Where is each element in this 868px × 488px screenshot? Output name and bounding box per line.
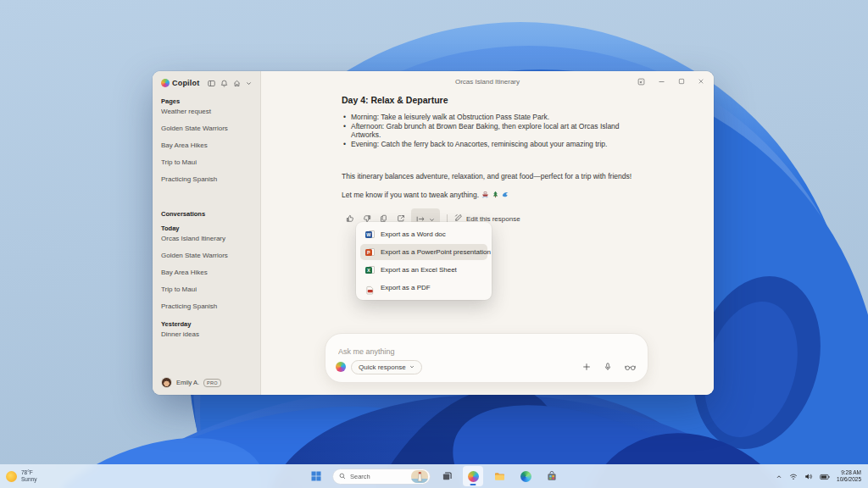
compact-mode-icon[interactable] <box>637 78 645 86</box>
copilot-window: Copilot Pages Weather request Golden Sta… <box>153 71 714 395</box>
sidebar-item-weather-request[interactable]: Weather request <box>161 108 252 115</box>
copilot-vision-glasses-icon[interactable] <box>625 359 636 374</box>
windows-logo-icon <box>311 471 321 481</box>
user-name: Emily A. <box>176 379 199 386</box>
itinerary-evening: Evening: Catch the ferry back to Anacort… <box>342 140 638 149</box>
powerpoint-icon: P <box>365 247 375 257</box>
start-button[interactable] <box>306 466 326 486</box>
chat-pane: Orcas Island Itinerary Day 4: Relax & De… <box>261 71 714 395</box>
close-icon[interactable] <box>698 78 704 85</box>
weather-widget[interactable]: 78°F Sunny <box>6 469 36 483</box>
conversation-trip-to-maui[interactable]: Trip to Maui <box>161 286 252 293</box>
closing-text: Let me know if you want to tweak anythin… <box>342 191 479 200</box>
menu-item-export-powerpoint[interactable]: P Export as a PowerPoint presentation <box>360 244 487 260</box>
folder-icon <box>494 472 505 481</box>
sidebar-item-practicing-spanish-page[interactable]: Practicing Spanish <box>161 176 252 183</box>
sidebar-item-golden-state-warriors-page[interactable]: Golden State Warriors <box>161 125 252 132</box>
pro-badge: PRO <box>203 379 221 387</box>
file-explorer-button[interactable] <box>489 466 509 486</box>
itinerary-list: Morning: Take a leisurely walk at Obstru… <box>342 113 638 148</box>
battery-icon[interactable] <box>820 469 830 484</box>
add-attachment-icon[interactable] <box>582 359 591 374</box>
notifications-bell-icon[interactable] <box>220 80 228 87</box>
export-menu: W Export as a Word doc P Export as a Pow… <box>356 222 492 300</box>
taskbar-search[interactable]: Search <box>332 469 431 485</box>
window-titlebar: Orcas Island Itinerary <box>261 71 714 92</box>
wave-icon <box>502 191 509 198</box>
tray-chevron-up-icon[interactable] <box>776 469 782 484</box>
menu-item-export-excel[interactable]: X Export as an Excel Sheet <box>360 262 487 278</box>
volume-icon[interactable] <box>804 469 813 484</box>
message-closing: Let me know if you want to tweak anythin… <box>342 191 638 200</box>
message-heading: Day 4: Relax & Departure <box>342 95 651 105</box>
maximize-icon[interactable] <box>678 78 685 85</box>
clock-widget[interactable]: 9:28 AM 10/6/2025 <box>837 469 861 483</box>
wifi-icon[interactable] <box>789 469 798 484</box>
copilot-logo-icon <box>468 471 479 482</box>
app-name: Copilot <box>172 79 199 87</box>
tree-icon <box>492 191 499 198</box>
pages-section-label: Pages <box>161 97 252 105</box>
sidebar-toggle-icon[interactable] <box>208 80 215 87</box>
sidebar: Copilot Pages Weather request Golden Sta… <box>153 71 261 395</box>
task-view-icon <box>442 472 452 481</box>
chevron-down-icon[interactable] <box>246 80 252 86</box>
copilot-taskbar-button[interactable] <box>463 466 483 486</box>
sidebar-item-bay-area-hikes-page[interactable]: Bay Area Hikes <box>161 142 252 149</box>
copilot-logo-icon <box>336 362 346 372</box>
home-icon[interactable] <box>233 80 241 87</box>
conversations-section-label: Conversations <box>161 210 252 218</box>
yesterday-group-label: Yesterday <box>161 320 252 328</box>
conversation-practicing-spanish[interactable]: Practicing Spanish <box>161 303 252 310</box>
chevron-down-icon <box>409 364 415 369</box>
search-daily-image <box>411 470 428 483</box>
excel-icon: X <box>365 265 375 274</box>
weather-condition: Sunny <box>21 476 36 483</box>
conversation-title: Orcas Island Itinerary <box>455 78 520 86</box>
edge-browser-button[interactable] <box>515 466 536 486</box>
microphone-icon[interactable] <box>604 359 612 374</box>
conversation-dinner-ideas[interactable]: Dinner ideas <box>161 331 252 338</box>
chat-input[interactable] <box>338 347 636 356</box>
today-group-label: Today <box>161 225 252 232</box>
tray-date: 10/6/2025 <box>837 476 861 483</box>
itinerary-morning: Morning: Take a leisurely walk at Obstru… <box>342 113 638 122</box>
itinerary-afternoon: Afternoon: Grab brunch at Brown Bear Bak… <box>342 122 638 140</box>
user-avatar <box>161 377 172 388</box>
tray-time: 9:28 AM <box>837 469 861 476</box>
store-icon <box>547 471 557 481</box>
quick-response-selector[interactable]: Quick response <box>351 360 422 374</box>
composer: Quick response <box>325 333 648 383</box>
assistant-message: Day 4: Relax & Departure Morning: Take a… <box>261 92 651 229</box>
copilot-logo-icon <box>161 79 170 87</box>
menu-item-export-pdf[interactable]: Export as a PDF <box>360 280 487 296</box>
taskbar: 78°F Sunny Search <box>0 464 868 488</box>
account-area[interactable]: Emily A. PRO <box>161 377 221 388</box>
store-button[interactable] <box>542 466 562 486</box>
word-icon: W <box>365 230 375 239</box>
weather-temperature: 78°F <box>21 469 36 476</box>
sun-icon <box>6 471 17 482</box>
conversation-bay-area-hikes[interactable]: Bay Area Hikes <box>161 269 252 276</box>
ferry-icon <box>481 191 489 198</box>
search-icon <box>339 473 346 480</box>
quick-response-label: Quick response <box>359 363 406 371</box>
minimize-icon[interactable] <box>658 78 665 86</box>
sidebar-item-trip-to-maui-page[interactable]: Trip to Maui <box>161 159 252 166</box>
conversation-orcas-island-itinerary[interactable]: Orcas Island Itinerary <box>161 236 252 242</box>
conversation-golden-state-warriors[interactable]: Golden State Warriors <box>161 252 252 259</box>
pdf-icon <box>365 283 375 292</box>
menu-item-export-word[interactable]: W Export as a Word doc <box>360 226 487 242</box>
search-placeholder: Search <box>350 473 407 480</box>
message-summary: This itinerary balances adventure, relax… <box>342 172 638 181</box>
task-view-button[interactable] <box>437 466 457 486</box>
edge-icon <box>520 471 531 482</box>
copilot-brand: Copilot <box>161 79 199 87</box>
thumbs-up-icon[interactable] <box>342 212 359 225</box>
